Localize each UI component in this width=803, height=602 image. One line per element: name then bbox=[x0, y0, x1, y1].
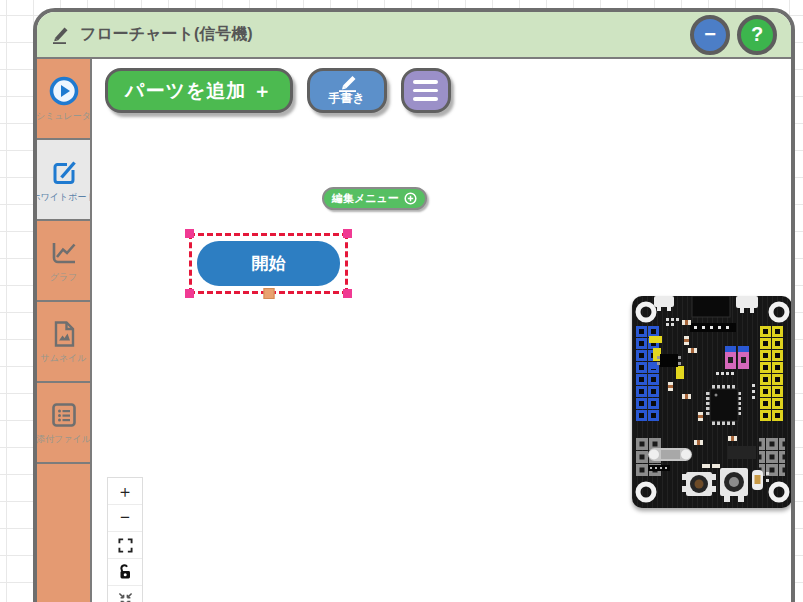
fit-screen-button[interactable] bbox=[108, 532, 142, 559]
sidebar-item-whiteboard[interactable]: ホワイトボード bbox=[37, 140, 90, 221]
minimize-icon: − bbox=[704, 23, 716, 46]
sidebar-item-label: サムネイル bbox=[40, 352, 86, 365]
plus-circle-icon bbox=[404, 192, 417, 205]
pencil-icon bbox=[335, 75, 359, 92]
edit-square-icon bbox=[48, 156, 80, 188]
play-circle-icon bbox=[48, 75, 80, 107]
fit-screen-icon bbox=[118, 538, 133, 553]
canvas-toolbar: パーツを追加 ＋ 手書き bbox=[105, 68, 451, 113]
unlock-button[interactable] bbox=[108, 559, 142, 586]
selection-handle-bottom-right[interactable] bbox=[343, 289, 352, 298]
sidebar-item-label: 添付ファイル bbox=[37, 433, 90, 446]
whiteboard-canvas[interactable]: パーツを追加 ＋ 手書き 編集メニュー bbox=[92, 59, 791, 602]
sidebar-item-graph[interactable]: グラフ bbox=[37, 221, 90, 302]
hamburger-icon bbox=[413, 80, 438, 84]
line-chart-icon bbox=[49, 238, 79, 268]
app-window: フローチャート(信号機) − ? シミュレータ bbox=[33, 8, 795, 602]
compress-icon bbox=[118, 592, 133, 602]
sidebar-item-label: ホワイトボード bbox=[37, 191, 90, 204]
handwriting-label: 手書き bbox=[328, 92, 364, 105]
page-title: フローチャート(信号機) bbox=[80, 24, 253, 45]
zoom-in-icon: ＋ bbox=[117, 480, 134, 503]
microcontroller-board-image[interactable] bbox=[632, 296, 791, 508]
start-node-group: 開始 bbox=[197, 241, 340, 286]
zoom-out-button[interactable]: − bbox=[108, 505, 142, 532]
selection-handle-top-left[interactable] bbox=[185, 229, 194, 238]
help-button[interactable]: ? bbox=[737, 15, 777, 55]
image-document-icon bbox=[49, 319, 79, 349]
add-parts-label: パーツを追加 ＋ bbox=[125, 78, 273, 104]
zoom-in-button[interactable]: ＋ bbox=[108, 478, 142, 505]
sidebar-item-attachments[interactable]: 添付ファイル bbox=[37, 383, 90, 464]
minimize-button[interactable]: − bbox=[690, 15, 730, 55]
sidebar-item-thumbnail[interactable]: サムネイル bbox=[37, 302, 90, 383]
selection-handle-top-right[interactable] bbox=[343, 229, 352, 238]
sidebar-item-label: グラフ bbox=[50, 271, 78, 284]
zoom-out-icon: − bbox=[120, 508, 130, 528]
menu-button[interactable] bbox=[401, 68, 451, 113]
edit-menu-button[interactable]: 編集メニュー bbox=[322, 187, 427, 210]
selection-handle-bottom-left[interactable] bbox=[185, 289, 194, 298]
sidebar: シミュレータ ホワイトボード グラフ bbox=[37, 59, 92, 602]
unlock-icon bbox=[117, 564, 133, 580]
compress-button[interactable] bbox=[108, 586, 142, 602]
edit-pencil-icon bbox=[51, 25, 71, 45]
zoom-controls: ＋ − bbox=[107, 477, 143, 602]
add-parts-button[interactable]: パーツを追加 ＋ bbox=[105, 68, 293, 113]
question-icon: ? bbox=[751, 23, 763, 46]
sidebar-item-label: シミュレータ bbox=[37, 110, 90, 123]
connector-handle[interactable] bbox=[263, 288, 274, 299]
handwriting-button[interactable]: 手書き bbox=[307, 68, 387, 113]
title-bar: フローチャート(信号機) − ? bbox=[37, 12, 791, 59]
edit-menu-label: 編集メニュー bbox=[332, 191, 399, 206]
sidebar-item-simulator[interactable]: シミュレータ bbox=[37, 59, 90, 140]
attachment-list-icon bbox=[49, 400, 79, 430]
selection-outline bbox=[189, 233, 348, 294]
